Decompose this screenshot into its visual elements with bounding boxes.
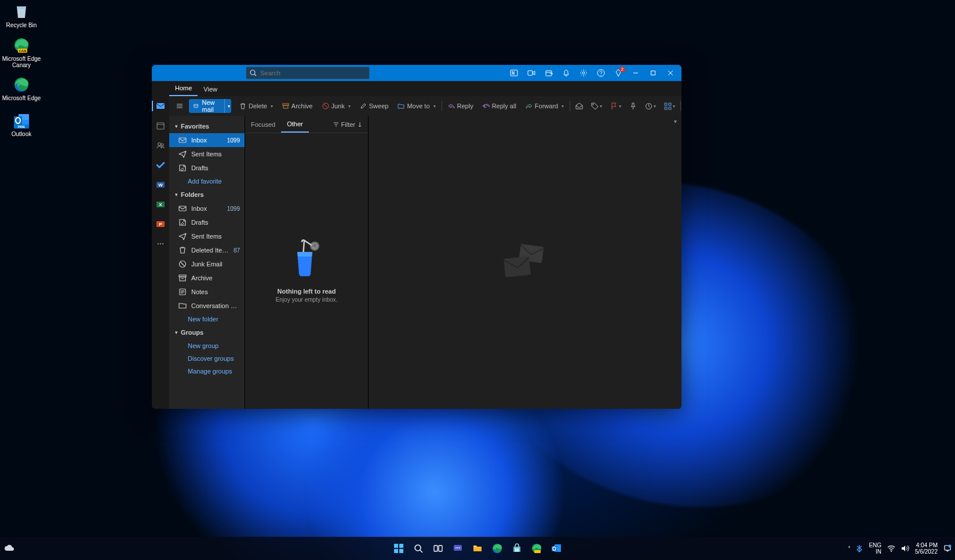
- recycle-bin-icon: [12, 2, 31, 21]
- groups-section[interactable]: ▾Groups: [169, 325, 245, 339]
- ribbon-tab-home[interactable]: Home: [169, 82, 198, 96]
- folder-row-sent-items[interactable]: Sent Items: [169, 147, 245, 161]
- tag-button[interactable]: ▾: [588, 100, 605, 112]
- windows-icon: [393, 543, 404, 554]
- rail-powerpoint[interactable]: P: [152, 217, 169, 232]
- clock[interactable]: 4:04 PM 5/6/2022: [915, 542, 938, 555]
- ribbon-tab-view[interactable]: View: [198, 83, 223, 96]
- weather-widget[interactable]: [3, 544, 15, 553]
- tab-focused[interactable]: Focused: [245, 116, 281, 133]
- svg-rect-47: [665, 103, 667, 105]
- desktop-icon-edge[interactable]: Microsoft Edge: [1, 75, 42, 101]
- collapse-reading-button[interactable]: ▾: [674, 118, 677, 125]
- svg-rect-79: [439, 546, 442, 551]
- new-mail-button[interactable]: New mail ▾: [189, 99, 231, 113]
- maximize-button[interactable]: [644, 65, 662, 81]
- language-indicator[interactable]: ENG IN: [869, 542, 881, 555]
- new-mail-split[interactable]: ▾: [224, 99, 231, 113]
- group-link[interactable]: Discover groups: [169, 352, 245, 365]
- desktop-icon-edge-canary[interactable]: CAN Microsoft Edge Canary: [1, 36, 42, 68]
- filter-button[interactable]: Filter: [327, 121, 368, 128]
- pin-button[interactable]: [626, 100, 640, 112]
- svg-rect-14: [546, 71, 552, 76]
- conv-icon: [178, 302, 187, 310]
- close-button[interactable]: [662, 65, 679, 81]
- notifications-button[interactable]: [557, 65, 575, 81]
- rail-mail[interactable]: [152, 98, 169, 114]
- help-button[interactable]: [592, 65, 610, 81]
- meet-now-button[interactable]: [523, 65, 540, 81]
- outlook-taskbar-button[interactable]: [548, 540, 564, 557]
- chat-button[interactable]: [450, 540, 466, 557]
- store-button[interactable]: [509, 540, 525, 557]
- svg-rect-75: [399, 549, 403, 553]
- rail-todo[interactable]: [152, 158, 169, 173]
- hamburger-button[interactable]: [173, 100, 187, 112]
- move-to-button[interactable]: Move to▾: [394, 100, 439, 112]
- rail-calendar[interactable]: [152, 118, 169, 133]
- bluetooth-icon[interactable]: [856, 544, 863, 552]
- folder-row-sent-items[interactable]: Sent Items: [169, 229, 245, 243]
- more-actions-button-2[interactable]: ▾: [661, 100, 678, 112]
- folder-row-drafts[interactable]: Drafts: [169, 215, 245, 229]
- empty-title: Nothing left to read: [278, 288, 336, 295]
- start-button[interactable]: [391, 540, 407, 557]
- task-view-button[interactable]: [430, 540, 446, 557]
- desktop-icon-outlook[interactable]: PRE Outlook: [1, 111, 42, 137]
- archive-button[interactable]: Archive: [279, 100, 316, 112]
- rail-more[interactable]: [152, 236, 169, 251]
- favorites-section[interactable]: ▾Favorites: [169, 119, 245, 133]
- flag-button[interactable]: ▾: [607, 100, 624, 112]
- search-box[interactable]: [246, 67, 370, 79]
- folder-row-archive[interactable]: Archive: [169, 271, 245, 285]
- reply-all-icon: [483, 103, 490, 109]
- file-explorer-button[interactable]: [469, 540, 486, 557]
- folder-row-drafts[interactable]: Drafts: [169, 161, 245, 175]
- tips-button[interactable]: 2: [610, 65, 627, 81]
- volume-icon[interactable]: [901, 545, 909, 552]
- my-day-button[interactable]: [540, 65, 557, 81]
- sweep-button[interactable]: Sweep: [356, 100, 392, 112]
- svg-text:PRE: PRE: [18, 125, 25, 129]
- tab-other[interactable]: Other: [281, 116, 309, 133]
- edge-canary-taskbar-button[interactable]: [528, 540, 545, 557]
- reply-all-button[interactable]: Reply all: [479, 100, 520, 112]
- forward-button[interactable]: Forward▾: [522, 100, 567, 112]
- search-input[interactable]: [260, 69, 366, 76]
- onenote-feed-button[interactable]: [505, 65, 523, 81]
- edge-canary-icon: [531, 543, 542, 554]
- folder-row-deleted-items[interactable]: Deleted Items87: [169, 243, 245, 257]
- read-unread-button[interactable]: [573, 100, 586, 112]
- folder-row-inbox[interactable]: Inbox1099: [169, 133, 245, 147]
- group-link[interactable]: New group: [169, 339, 245, 352]
- wifi-icon[interactable]: [887, 545, 895, 552]
- draft-icon: [178, 218, 187, 226]
- search-taskbar-button[interactable]: [410, 540, 427, 557]
- junk-button[interactable]: Junk▾: [319, 100, 354, 112]
- notification-center-icon[interactable]: [943, 544, 952, 552]
- edge-taskbar-button[interactable]: [489, 540, 505, 557]
- desktop-icon-recycle-bin[interactable]: Recycle Bin: [1, 2, 42, 28]
- taskbar: ˄ ENG IN 4:04 PM 5/6/2022: [0, 537, 955, 560]
- reply-button[interactable]: Reply: [444, 100, 477, 112]
- new-folder-link[interactable]: New folder: [169, 313, 245, 325]
- folder-count: 87: [234, 247, 240, 254]
- add-favorite-link[interactable]: Add favorite: [169, 175, 245, 188]
- svg-rect-48: [669, 103, 671, 105]
- folder-row-notes[interactable]: Notes: [169, 285, 245, 299]
- folder-row-inbox[interactable]: Inbox1099: [169, 202, 245, 215]
- folders-section[interactable]: ▾Folders: [169, 188, 245, 202]
- rail-word[interactable]: W: [152, 177, 169, 192]
- rail-excel[interactable]: X: [152, 197, 169, 212]
- group-link[interactable]: Manage groups: [169, 365, 245, 378]
- snooze-button[interactable]: ▾: [642, 100, 659, 112]
- minimize-button[interactable]: [627, 65, 644, 81]
- settings-button[interactable]: [575, 65, 592, 81]
- folder-row-junk-email[interactable]: Junk Email: [169, 257, 245, 271]
- delete-button[interactable]: Delete▾: [236, 100, 276, 112]
- folder-row-conversation-his-[interactable]: Conversation His...: [169, 299, 245, 313]
- tray-overflow-button[interactable]: ˄: [848, 546, 851, 552]
- folder-label: Archive: [191, 274, 240, 281]
- rail-people[interactable]: [152, 138, 169, 153]
- inbox-icon: [178, 204, 187, 213]
